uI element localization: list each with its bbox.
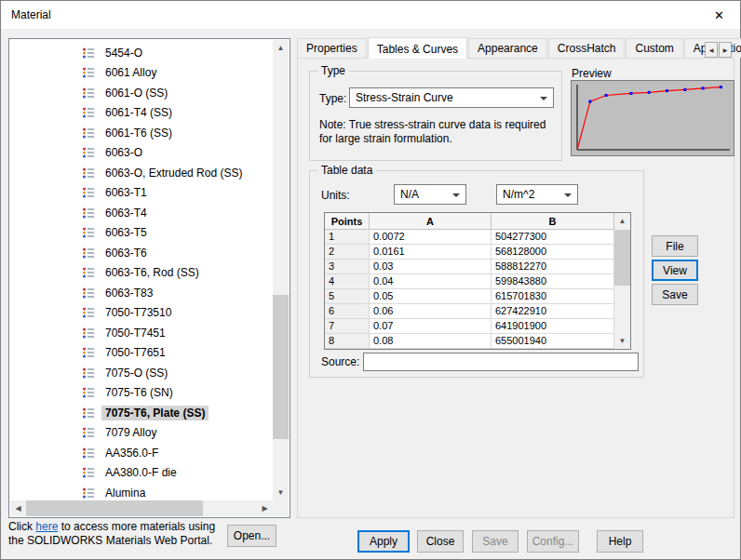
- material-tree-item[interactable]: 6061-O (SS): [10, 83, 273, 103]
- material-tree-item[interactable]: 6061-T6 (SS): [10, 123, 273, 143]
- table-row[interactable]: 8 0.08 655001940: [325, 334, 614, 349]
- cell-a-value[interactable]: 0.04: [370, 274, 492, 289]
- cell-b-value[interactable]: 599843880: [492, 274, 614, 289]
- tree-item-label: 5454-O: [101, 46, 146, 60]
- material-tree-item[interactable]: 7075-O (SS): [10, 363, 273, 383]
- file-button[interactable]: File: [652, 235, 698, 257]
- units-value: N/A: [400, 188, 419, 201]
- table-row[interactable]: 1 0.0072 504277300: [325, 230, 614, 245]
- table-vertical-scrollbar[interactable]: ▲ ▼: [614, 213, 630, 349]
- material-icon: [82, 466, 95, 479]
- material-icon: [82, 207, 95, 220]
- close-button[interactable]: Close: [417, 530, 464, 553]
- material-tree-item[interactable]: 6063-T6, Rod (SS): [10, 263, 273, 284]
- material-tree-item[interactable]: 6063-T4: [10, 203, 273, 223]
- material-tree-item[interactable]: AA356.0-F: [10, 443, 273, 463]
- cell-b-value[interactable]: 655001940: [492, 334, 614, 349]
- table-row[interactable]: 4 0.04 599843880: [325, 274, 614, 289]
- view-button[interactable]: View: [652, 260, 698, 281]
- tab-scroll-left-icon[interactable]: ◀: [705, 42, 718, 58]
- table-row[interactable]: 3 0.03 588812270: [325, 260, 614, 274]
- cell-b-value[interactable]: 615701830: [492, 289, 614, 304]
- material-tree-item[interactable]: 6063-T6: [10, 243, 273, 263]
- tree-horizontal-scrollbar[interactable]: ◀ ▶: [10, 500, 273, 516]
- cell-a-value[interactable]: 0.07: [370, 319, 492, 334]
- material-tree-item[interactable]: 7079 Alloy: [10, 423, 273, 444]
- link-prefix: Click: [8, 520, 35, 533]
- cell-a-value[interactable]: 0.0161: [370, 245, 492, 260]
- column-header-a[interactable]: A: [370, 213, 492, 230]
- curve-type-dropdown[interactable]: Stress-Strain Curve: [349, 87, 554, 108]
- dialog-title: Material: [11, 1, 51, 29]
- units-unit-dropdown[interactable]: N/m^2: [496, 184, 578, 205]
- units-dropdown[interactable]: N/A: [394, 184, 466, 205]
- material-tree-item[interactable]: 7075-T6, Plate (SS): [10, 403, 273, 423]
- tab-label: Tables & Curves: [377, 43, 458, 56]
- tree-item-label: 6061 Alloy: [101, 65, 160, 80]
- cell-a-value[interactable]: 0.08: [370, 334, 492, 349]
- tree-item-label: 7050-T7651: [101, 345, 169, 360]
- tree-hscroll-thumb[interactable]: [26, 500, 203, 516]
- material-tree-item[interactable]: 6063-T5: [10, 223, 273, 244]
- scroll-up-icon[interactable]: ▲: [273, 40, 289, 56]
- table-row[interactable]: 5 0.05 615701830: [325, 289, 614, 304]
- cell-b-value[interactable]: 588812270: [492, 260, 614, 274]
- tab-label: CrossHatch: [558, 42, 616, 55]
- cell-a-value[interactable]: 0.03: [370, 260, 492, 274]
- table-row[interactable]: 2 0.0161 568128000: [325, 245, 614, 260]
- material-tree-item[interactable]: 7050-T7651: [10, 343, 273, 364]
- cell-point-number: 1: [325, 230, 370, 245]
- tab[interactable]: Custom: [626, 38, 682, 58]
- cell-b-value[interactable]: 641901900: [492, 319, 614, 334]
- cell-b-value[interactable]: 627422910: [492, 304, 614, 319]
- table-vscroll-thumb[interactable]: [614, 230, 630, 286]
- save-table-button[interactable]: Save: [652, 284, 698, 305]
- tab[interactable]: CrossHatch: [548, 38, 626, 58]
- material-tree-item[interactable]: 6061-T4 (SS): [10, 103, 273, 124]
- material-tree-item[interactable]: 6063-O: [10, 143, 273, 164]
- tab-scroll-right-icon[interactable]: ▶: [719, 42, 732, 58]
- material-tree-item[interactable]: Alumina: [10, 483, 273, 500]
- scroll-left-icon[interactable]: ◀: [10, 500, 26, 516]
- tree-vertical-scrollbar[interactable]: ▲ ▼: [273, 40, 289, 500]
- material-icon: [82, 106, 95, 119]
- here-link[interactable]: here: [35, 520, 58, 533]
- type-note: Note: True stress-strain curve data is r…: [319, 118, 556, 146]
- cell-b-value[interactable]: 568128000: [492, 245, 614, 260]
- material-tree-item[interactable]: AA380.0-F die: [10, 463, 273, 484]
- tab[interactable]: Tables & Curves: [368, 37, 467, 59]
- apply-button[interactable]: Apply: [357, 530, 410, 553]
- table-header-row: Points A B: [325, 213, 614, 230]
- table-row[interactable]: 7 0.07 641901900: [325, 319, 614, 334]
- open-button[interactable]: Open...: [227, 525, 276, 547]
- column-header-b[interactable]: B: [492, 213, 614, 230]
- cell-point-number: 6: [325, 304, 370, 319]
- material-tree-item[interactable]: 7050-T7451: [10, 323, 273, 343]
- material-tree-item[interactable]: 6063-T83: [10, 283, 273, 303]
- material-tree-item[interactable]: 7050-T73510: [10, 303, 273, 324]
- tree-item-label: 6063-T6: [101, 246, 151, 260]
- cell-a-value[interactable]: 0.06: [370, 304, 492, 319]
- tab[interactable]: Properties: [297, 38, 367, 58]
- scroll-down-icon[interactable]: ▼: [273, 485, 289, 500]
- column-header-points[interactable]: Points: [325, 213, 370, 230]
- cell-b-value[interactable]: 504277300: [492, 230, 614, 245]
- help-button[interactable]: Help: [597, 530, 643, 553]
- tab[interactable]: Appearance: [468, 38, 547, 58]
- material-tree-item[interactable]: 6063-T1: [10, 183, 273, 204]
- material-icon: [82, 167, 95, 180]
- scroll-down-icon[interactable]: ▼: [614, 333, 630, 349]
- cell-a-value[interactable]: 0.0072: [370, 230, 492, 245]
- source-input[interactable]: [363, 353, 639, 371]
- cell-a-value[interactable]: 0.05: [370, 289, 492, 304]
- scroll-up-icon[interactable]: ▲: [614, 213, 630, 229]
- material-tree-item[interactable]: 6063-O, Extruded Rod (SS): [10, 163, 273, 183]
- table-row[interactable]: 6 0.06 627422910: [325, 304, 614, 319]
- type-group-legend: Type: [317, 64, 349, 77]
- material-tree-item[interactable]: 5454-O: [10, 43, 273, 63]
- material-tree-item[interactable]: 7075-T6 (SN): [10, 383, 273, 404]
- close-icon[interactable]: ✕: [698, 1, 740, 29]
- tree-vscroll-thumb[interactable]: [273, 295, 289, 439]
- scroll-right-icon[interactable]: ▶: [257, 500, 273, 516]
- material-tree-item[interactable]: 6061 Alloy: [10, 63, 273, 84]
